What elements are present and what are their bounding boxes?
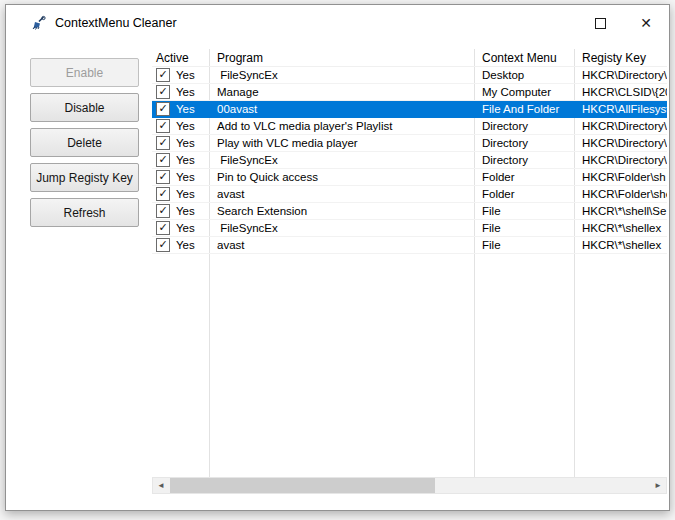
context-menu-cell: Directory	[474, 154, 574, 166]
active-checkbox[interactable]: ✓	[156, 221, 170, 235]
active-label: Yes	[176, 171, 195, 183]
active-label: Yes	[176, 69, 195, 81]
registry-key-cell: HKCR\*\shellex	[574, 239, 667, 251]
check-icon: ✓	[158, 222, 167, 233]
refresh-button[interactable]: Refresh	[30, 198, 139, 227]
context-menu-cell: File	[474, 222, 574, 234]
sidebar: Enable Disable Delete Jump Registy Key R…	[6, 41, 148, 510]
scroll-right-button[interactable]: ►	[650, 478, 666, 493]
active-cell: ✓ Yes	[152, 136, 209, 150]
context-menu-cell: Directory	[474, 137, 574, 149]
active-cell: ✓ Yes	[152, 238, 209, 252]
registry-key-cell: HKCR\Directory\	[574, 120, 667, 132]
active-checkbox[interactable]: ✓	[156, 119, 170, 133]
program-cell: avast	[209, 188, 474, 200]
active-checkbox[interactable]: ✓	[156, 170, 170, 184]
disable-button[interactable]: Disable	[30, 93, 139, 122]
context-menu-cell: Folder	[474, 171, 574, 183]
main-panel: Active Program Context Menu Registy Key …	[148, 41, 669, 510]
table-row[interactable]: ✓ Yes Add to VLC media player's Playlist…	[152, 118, 667, 135]
active-checkbox[interactable]: ✓	[156, 68, 170, 82]
registry-key-cell: HKCR\Directory\	[574, 137, 667, 149]
header-program[interactable]: Program	[209, 51, 474, 65]
active-label: Yes	[176, 188, 195, 200]
table-header: Active Program Context Menu Registy Key	[152, 49, 667, 67]
registry-key-cell: HKCR\Folder\she	[574, 188, 667, 200]
program-cell: avast	[209, 239, 474, 251]
close-icon: ✕	[640, 15, 652, 31]
program-cell: Pin to Quick access	[209, 171, 474, 183]
header-active[interactable]: Active	[152, 51, 209, 65]
registry-key-cell: HKCR\Directory\	[574, 154, 667, 166]
active-checkbox[interactable]: ✓	[156, 102, 170, 116]
table-row[interactable]: ✓ Yes Search Extension File HKCR\*\shell…	[152, 203, 667, 220]
table-row[interactable]: ✓ Yes avast Folder HKCR\Folder\she	[152, 186, 667, 203]
active-label: Yes	[176, 222, 195, 234]
maximize-button[interactable]	[577, 5, 623, 41]
scroll-right-icon: ►	[654, 481, 662, 490]
program-cell: 00avast	[209, 103, 474, 115]
program-cell: Manage	[209, 86, 474, 98]
table-row[interactable]: ✓ Yes FileSyncEx Directory HKCR\Director…	[152, 152, 667, 169]
active-cell: ✓ Yes	[152, 85, 209, 99]
check-icon: ✓	[158, 171, 167, 182]
active-cell: ✓ Yes	[152, 153, 209, 167]
registry-key-cell: HKCR\Directory\	[574, 69, 667, 81]
window-title: ContextMenu Cleaner	[55, 16, 577, 30]
active-cell: ✓ Yes	[152, 102, 209, 116]
delete-button[interactable]: Delete	[30, 128, 139, 157]
scroll-left-icon: ◄	[157, 481, 165, 490]
active-checkbox[interactable]: ✓	[156, 136, 170, 150]
scroll-left-button[interactable]: ◄	[153, 478, 169, 493]
header-registry-key[interactable]: Registy Key	[574, 51, 667, 65]
registry-key-cell: HKCR\Folder\sh	[574, 171, 667, 183]
context-menu-cell: File And Folder	[474, 103, 574, 115]
table-row[interactable]: ✓ Yes avast File HKCR\*\shellex	[152, 237, 667, 254]
close-button[interactable]: ✕	[623, 5, 669, 41]
active-cell: ✓ Yes	[152, 170, 209, 184]
program-cell: Add to VLC media player's Playlist	[209, 120, 474, 132]
active-checkbox[interactable]: ✓	[156, 153, 170, 167]
maximize-icon	[595, 18, 606, 29]
context-menu-cell: File	[474, 205, 574, 217]
active-label: Yes	[176, 86, 195, 98]
context-menu-table: Active Program Context Menu Registy Key …	[152, 49, 667, 477]
header-context-menu[interactable]: Context Menu	[474, 51, 574, 65]
titlebar: ContextMenu Cleaner ✕	[6, 5, 669, 41]
check-icon: ✓	[158, 103, 167, 114]
active-checkbox[interactable]: ✓	[156, 204, 170, 218]
check-icon: ✓	[158, 69, 167, 80]
horizontal-scrollbar: ◄ ►	[152, 477, 667, 494]
check-icon: ✓	[158, 239, 167, 250]
registry-key-cell: HKCR\AllFilesyst	[574, 103, 667, 115]
app-icon	[30, 15, 47, 32]
table-row[interactable]: ✓ Yes Pin to Quick access Folder HKCR\Fo…	[152, 169, 667, 186]
enable-button[interactable]: Enable	[30, 58, 139, 87]
active-checkbox[interactable]: ✓	[156, 85, 170, 99]
table-row[interactable]: ✓ Yes FileSyncEx File HKCR\*\shellex	[152, 220, 667, 237]
active-cell: ✓ Yes	[152, 119, 209, 133]
registry-key-cell: HKCR\*\shellex	[574, 222, 667, 234]
scrollbar-thumb[interactable]	[170, 478, 435, 493]
table-row[interactable]: ✓ Yes FileSyncEx Desktop HKCR\Directory\	[152, 67, 667, 84]
active-checkbox[interactable]: ✓	[156, 238, 170, 252]
context-menu-cell: Folder	[474, 188, 574, 200]
active-label: Yes	[176, 239, 195, 251]
context-menu-cell: Directory	[474, 120, 574, 132]
registry-key-cell: HKCR\*\shell\Se	[574, 205, 667, 217]
table-row[interactable]: ✓ Yes 00avast File And Folder HKCR\AllFi…	[152, 101, 667, 118]
table-row[interactable]: ✓ Yes Play with VLC media player Directo…	[152, 135, 667, 152]
program-cell: Search Extension	[209, 205, 474, 217]
check-icon: ✓	[158, 205, 167, 216]
active-checkbox[interactable]: ✓	[156, 187, 170, 201]
program-cell: FileSyncEx	[209, 69, 474, 81]
active-cell: ✓ Yes	[152, 187, 209, 201]
check-icon: ✓	[158, 188, 167, 199]
registry-key-cell: HKCR\CLSID\{20	[574, 86, 667, 98]
jump-registry-key-button[interactable]: Jump Registy Key	[30, 163, 139, 192]
check-icon: ✓	[158, 86, 167, 97]
program-cell: FileSyncEx	[209, 154, 474, 166]
scrollbar-track[interactable]	[169, 478, 650, 493]
table-row[interactable]: ✓ Yes Manage My Computer HKCR\CLSID\{20	[152, 84, 667, 101]
active-label: Yes	[176, 137, 195, 149]
